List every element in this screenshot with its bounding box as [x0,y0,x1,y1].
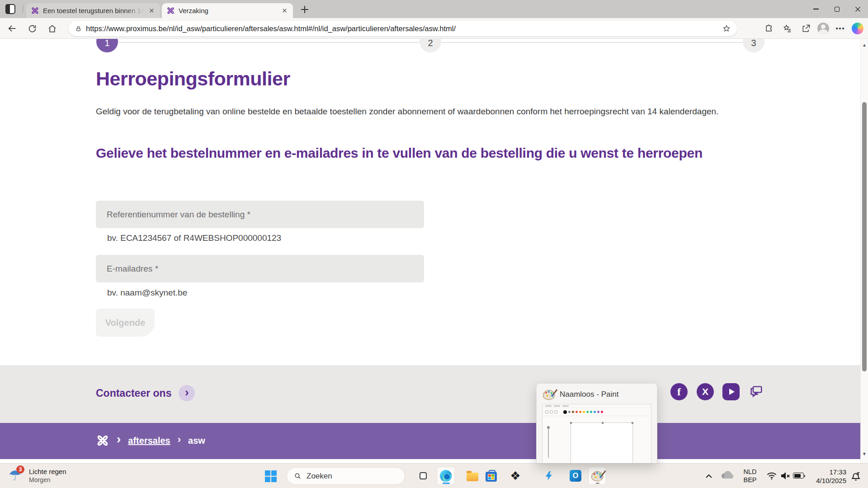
intro-text: Geldig voor de terugbetaling van online … [96,105,724,118]
tab-actions-icon[interactable] [5,4,15,14]
page-viewport: 1 2 3 Herroepingsformulier Geldig voor d… [0,39,868,463]
close-tab-icon[interactable] [147,7,156,15]
scroll-down-icon[interactable]: ▼ [861,451,868,456]
paint-taskbar-icon[interactable] [588,467,606,485]
paint-canvas-thumbnail [571,422,633,463]
new-tab-icon[interactable] [300,5,309,14]
browser-tab-bar: Een toestel terugsturen binnen 14 Verzak… [0,0,868,18]
contact-us-label: Contacteer ons [96,387,171,399]
window-controls [806,0,868,18]
page-scrollbar[interactable]: ▲ ▼ [860,39,868,463]
site-footer: Contacteer ons [0,365,868,423]
toolbar-right-icons [762,21,863,36]
breadcrumb-current: asw [188,436,205,446]
paint-preview-popup[interactable]: Naamloos - Paint [536,383,657,463]
battery-icon[interactable] [793,473,804,479]
paint-preview-header: Naamloos - Paint [537,384,657,404]
x-twitter-icon[interactable] [697,383,714,400]
share-icon[interactable] [799,21,813,36]
tray-date: 4/10/2025 [807,476,846,485]
file-explorer-icon[interactable] [463,467,481,485]
taskbar-search[interactable]: Zoeken [287,467,405,485]
close-tab-icon[interactable] [280,7,288,15]
wifi-icon[interactable] [766,470,778,481]
back-icon[interactable] [5,22,19,35]
lock-icon [75,25,82,32]
screen: Een toestel terugsturen binnen 14 Verzak… [0,0,868,488]
volume-muted-icon[interactable] [779,470,791,481]
proximus-logo-icon[interactable] [96,434,109,447]
lightning-app-icon[interactable] [540,467,558,485]
reference-number-input[interactable] [96,201,424,228]
restore-button[interactable] [826,0,847,18]
settings-menu-icon[interactable] [833,21,848,36]
breadcrumb-bar: aftersales asw [0,423,868,459]
paint-icon [591,470,604,481]
weather-subtext: Morgen [29,476,66,483]
proximus-favicon [166,6,175,15]
tray-expand-icon[interactable] [703,471,714,482]
copilot-icon[interactable] [852,23,863,34]
url-text: https://www.proximus.be/nl/id_asw/partic… [86,24,718,33]
weather-widget[interactable]: 3 Lichte regen Morgen [6,466,66,484]
close-button[interactable] [847,0,868,18]
windows-taskbar: 3 Lichte regen Morgen Zoeken [0,463,868,488]
tab-title: Verzaking [179,7,277,14]
step-2-indicator: 2 [420,39,441,52]
umbrella-rain-icon: 3 [6,466,24,484]
email-input[interactable] [96,255,424,282]
proximus-favicon [31,6,39,15]
chevron-right-icon [117,437,121,444]
search-label: Zoeken [307,472,332,481]
clock-widget[interactable]: 17:33 4/10/2025 [807,468,846,485]
forum-chat-icon[interactable] [748,383,765,400]
paint-icon [543,389,555,400]
paint-window-thumbnail[interactable] [542,404,651,463]
edge-taskbar-icon[interactable] [437,467,455,485]
youtube-icon[interactable] [722,383,740,400]
paint-preview-title: Naamloos - Paint [560,390,618,399]
notification-bell-icon[interactable] [850,470,862,482]
paint-zoom-slider-thumbnail [548,426,549,458]
outlook-icon[interactable] [566,467,585,485]
breadcrumb: aftersales asw [96,434,205,447]
chevron-right-icon [178,436,181,446]
step-1-indicator: 1 [96,39,118,52]
tray-time: 17:33 [807,468,846,476]
scroll-up-icon[interactable]: ▲ [861,42,868,47]
facebook-icon[interactable] [670,383,688,400]
paint-toolbar-thumbnail [542,408,651,416]
tab-return-device[interactable]: Een toestel terugsturen binnen 14 [26,3,160,18]
email-hint: bv. naam@skynet.be [107,288,187,298]
profile-avatar[interactable] [817,23,829,34]
browser-toolbar: https://www.proximus.be/nl/id_asw/partic… [0,18,868,39]
reference-hint: bv. ECA1234567 of R4WEBSHOP000000123 [107,233,281,243]
favorite-star-icon[interactable] [722,24,731,33]
home-icon[interactable] [45,22,59,35]
dropbox-icon[interactable] [506,467,524,485]
task-view-button[interactable] [414,467,432,485]
breadcrumb-aftersales-link[interactable]: aftersales [128,436,170,446]
scrollbar-thumb[interactable] [862,102,867,371]
favorites-icon[interactable] [780,21,795,36]
next-button[interactable]: Volgende [96,309,155,337]
section-subtitle: Gelieve het bestelnummer en e-mailadres … [96,143,765,163]
start-button[interactable] [265,470,277,482]
refresh-icon[interactable] [25,22,39,35]
contact-us-link[interactable]: Contacteer ons [96,385,195,401]
address-bar[interactable]: https://www.proximus.be/nl/id_asw/partic… [69,21,737,36]
search-icon [294,472,302,480]
step-3-indicator: 3 [743,39,764,52]
minimize-button[interactable] [806,0,826,18]
chevron-right-icon [179,385,195,401]
microsoft-store-icon[interactable] [482,467,500,485]
tab-divider [23,5,23,13]
notification-badge: 3 [16,465,24,474]
tab-title: Een toestel terugsturen binnen 14 [43,7,144,14]
extensions-icon[interactable] [762,21,776,36]
onedrive-icon[interactable] [720,470,735,482]
weather-condition: Lichte regen [29,468,66,475]
language-indicator[interactable]: NLD BEP [741,468,760,484]
page-title: Herroepingsformulier [96,68,290,90]
tab-verzaking[interactable]: Verzaking [162,3,293,18]
